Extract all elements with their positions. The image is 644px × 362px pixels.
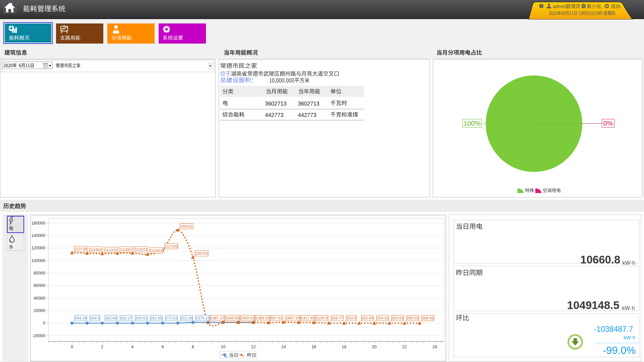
svg-text:40000: 40000 xyxy=(34,296,45,301)
svg-text:140000: 140000 xyxy=(31,233,45,238)
svg-text:20: 20 xyxy=(372,345,377,349)
svg-text:110301: 110301 xyxy=(150,248,163,253)
svg-text:2: 2 xyxy=(101,345,103,349)
svg-text:112736: 112736 xyxy=(74,247,87,251)
svg-text:i: i xyxy=(541,4,542,8)
svg-text:0: 0 xyxy=(71,345,73,349)
svg-text:0: 0 xyxy=(43,321,45,325)
svg-text:1100.9: 1100.9 xyxy=(316,316,328,320)
svg-text:1375.15: 1375.15 xyxy=(196,316,210,320)
svg-text:1417.65: 1417.65 xyxy=(301,316,315,320)
svg-text:24: 24 xyxy=(432,345,437,349)
svg-text:359.77: 359.77 xyxy=(331,316,343,320)
svg-text:10: 10 xyxy=(221,345,225,349)
svg-text:111202: 111202 xyxy=(105,248,117,252)
svg-text:16: 16 xyxy=(312,345,316,349)
svg-text:1847.29: 1847.29 xyxy=(286,316,300,320)
svg-text:262.66: 262.66 xyxy=(105,316,117,320)
svg-text:100000: 100000 xyxy=(31,258,45,263)
svg-text:269.9: 269.9 xyxy=(90,316,100,320)
svg-text:8: 8 xyxy=(192,345,194,349)
svg-text:1450.53: 1450.53 xyxy=(240,316,255,320)
svg-text:112222: 112222 xyxy=(135,247,148,251)
svg-text:117220: 117220 xyxy=(165,244,178,248)
svg-text:957.52: 957.52 xyxy=(271,316,282,320)
svg-text:111967: 111967 xyxy=(120,247,132,252)
svg-text:252.03: 252.03 xyxy=(392,316,404,320)
svg-text:105751: 105751 xyxy=(195,251,208,255)
svg-text:111962: 111962 xyxy=(90,247,102,252)
svg-text:149111: 149111 xyxy=(180,224,193,228)
svg-text:250.03: 250.03 xyxy=(407,316,419,320)
svg-text:1385.52: 1385.52 xyxy=(256,316,270,320)
svg-text:60000: 60000 xyxy=(34,283,45,288)
svg-text:12: 12 xyxy=(251,345,256,349)
svg-text:1495.65: 1495.65 xyxy=(225,316,239,320)
svg-text:264.28: 264.28 xyxy=(75,316,87,320)
svg-text:22: 22 xyxy=(402,345,407,349)
svg-text:160000: 160000 xyxy=(31,221,45,226)
svg-text:14: 14 xyxy=(281,345,286,349)
svg-text:261.65: 261.65 xyxy=(150,316,162,320)
svg-text:18: 18 xyxy=(342,345,346,349)
svg-text:20000: 20000 xyxy=(34,308,45,313)
svg-text:268.65: 268.65 xyxy=(422,316,434,320)
svg-text:4: 4 xyxy=(131,345,133,349)
svg-text:6: 6 xyxy=(161,345,164,349)
svg-text:1387.27: 1387.27 xyxy=(210,316,224,320)
svg-text:259.52: 259.52 xyxy=(135,316,147,320)
svg-text:254.16: 254.16 xyxy=(377,316,388,320)
svg-text:262.65: 262.65 xyxy=(362,316,373,320)
svg-text:272.52: 272.52 xyxy=(165,316,177,320)
svg-text:263.9: 263.9 xyxy=(346,316,356,320)
svg-text:120000: 120000 xyxy=(31,246,45,250)
svg-text:262.27: 262.27 xyxy=(120,316,132,320)
svg-text:321.28: 321.28 xyxy=(181,316,193,320)
svg-text:-20000: -20000 xyxy=(32,334,45,338)
svg-text:80000: 80000 xyxy=(34,271,45,276)
